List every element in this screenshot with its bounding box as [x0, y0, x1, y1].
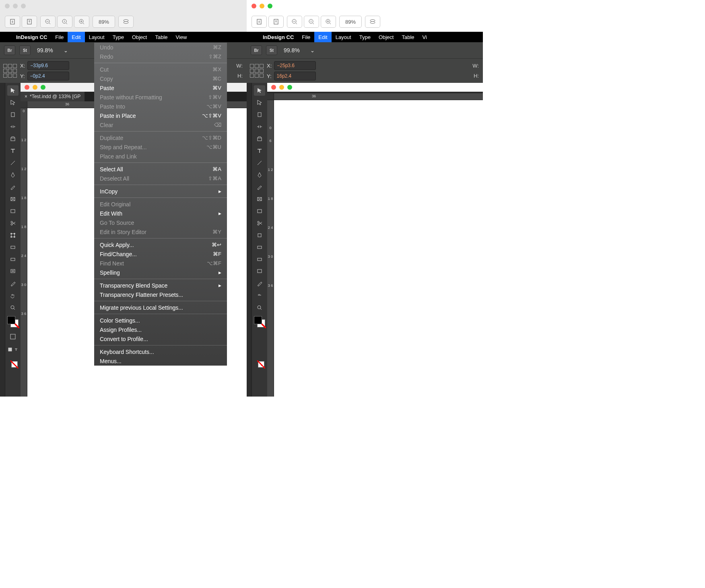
menu-layout[interactable]: Layout: [332, 32, 355, 42]
selection-tool-icon[interactable]: [7, 85, 19, 96]
menu-view[interactable]: View: [172, 32, 191, 42]
formatting-container-icon[interactable]: [7, 331, 19, 342]
fill-stroke-icon[interactable]: [7, 316, 19, 327]
note-tool-icon[interactable]: [254, 266, 265, 277]
type-tool-icon[interactable]: [254, 146, 265, 156]
panel-dock[interactable]: [247, 83, 252, 397]
menu-file[interactable]: File: [298, 32, 314, 42]
gradient-feather-icon[interactable]: [254, 254, 265, 265]
menu-object[interactable]: Object: [128, 32, 151, 42]
rectangle-tool-icon[interactable]: [7, 206, 19, 216]
bridge-icon[interactable]: Br: [251, 45, 262, 55]
export-icon[interactable]: [22, 16, 37, 28]
page-tool-icon[interactable]: [254, 109, 265, 120]
maximize-icon[interactable]: [268, 4, 272, 8]
apply-text-icon[interactable]: [13, 344, 19, 355]
zoom-out-icon[interactable]: [40, 16, 56, 28]
pen-tool-icon[interactable]: [254, 170, 265, 180]
fill-stroke-icon[interactable]: [254, 316, 265, 327]
doc-tab-close-icon[interactable]: ×: [25, 94, 27, 99]
maximize-icon[interactable]: [287, 85, 292, 90]
zoom-tool-icon[interactable]: [254, 302, 265, 313]
menu-object[interactable]: Object: [375, 32, 398, 42]
menu-item[interactable]: Transparency Flattener Presets...: [94, 290, 227, 299]
menu-item[interactable]: Edit With▶: [94, 209, 227, 218]
stock-icon[interactable]: St: [19, 45, 31, 55]
scissors-tool-icon[interactable]: [254, 218, 265, 228]
pen-tool-icon[interactable]: [7, 170, 19, 180]
direct-selection-tool-icon[interactable]: [7, 97, 19, 108]
note-tool-icon[interactable]: [7, 266, 19, 277]
close-icon[interactable]: [271, 85, 276, 90]
panel-dock[interactable]: [0, 83, 5, 397]
menu-layout[interactable]: Layout: [85, 32, 109, 42]
traffic-lights[interactable]: [251, 4, 272, 8]
arrange-icon[interactable]: [118, 16, 134, 28]
content-collector-icon[interactable]: [254, 134, 265, 144]
default-fill-stroke-icon[interactable]: [8, 358, 18, 368]
default-fill-stroke-icon[interactable]: [255, 358, 264, 368]
close-icon[interactable]: [251, 4, 256, 8]
menu-edit[interactable]: Edit: [68, 32, 85, 42]
direct-selection-tool-icon[interactable]: [254, 97, 265, 108]
selection-tool-icon[interactable]: [254, 85, 265, 96]
menu-item[interactable]: InCopy▶: [94, 187, 227, 196]
reference-point[interactable]: [3, 64, 17, 78]
maximize-icon[interactable]: [41, 85, 45, 90]
menu-item[interactable]: Transparency Blend Space▶: [94, 281, 227, 290]
stock-icon[interactable]: St: [266, 45, 277, 55]
horizontal-ruler[interactable]: 36: [274, 93, 483, 100]
apply-color-icon[interactable]: [7, 344, 12, 355]
menu-item[interactable]: Convert to Profile...: [94, 334, 227, 343]
type-tool-icon[interactable]: [7, 146, 19, 156]
gap-tool-icon[interactable]: [7, 121, 19, 132]
apply-color-icon[interactable]: [254, 344, 259, 355]
menu-type[interactable]: Type: [355, 32, 375, 42]
hand-tool-icon[interactable]: [254, 290, 265, 301]
apply-text-icon[interactable]: [260, 344, 265, 355]
menu-item[interactable]: Paste in Place⌥⇧⌘V: [94, 111, 227, 120]
menu-edit[interactable]: Edit: [314, 32, 331, 42]
zoom-tool-icon[interactable]: [7, 302, 19, 313]
maximize-icon[interactable]: [21, 4, 26, 8]
gradient-feather-icon[interactable]: [7, 254, 19, 265]
titlebar[interactable]: [0, 0, 247, 12]
menu-item[interactable]: Migrate previous Local Settings...: [94, 303, 227, 312]
gradient-swatch-icon[interactable]: [254, 242, 265, 253]
eyedropper-tool-icon[interactable]: [254, 278, 265, 289]
doc-tab[interactable]: ×*Test.indd @ 133% [GP: [21, 92, 85, 101]
y-input[interactable]: 16p2.4: [274, 72, 316, 80]
arrange-icon[interactable]: [365, 16, 380, 28]
x-input[interactable]: −33p9.6: [27, 61, 69, 70]
vertical-ruler[interactable]: 0 6 1 2 1 8 2 4 3 0 3 6: [267, 100, 274, 397]
export-icon[interactable]: [268, 16, 284, 28]
zoom-in-icon[interactable]: [321, 16, 336, 28]
menu-item[interactable]: Assign Profiles...: [94, 325, 227, 334]
menu-item[interactable]: Menus...: [94, 356, 227, 366]
zoom-out-icon[interactable]: [287, 16, 302, 28]
import-icon[interactable]: [5, 16, 20, 28]
menu-view-cut[interactable]: Vi: [418, 32, 431, 42]
line-tool-icon[interactable]: [7, 158, 19, 168]
formatting-container-icon[interactable]: [254, 331, 265, 342]
doc-zoom[interactable]: 99.8%: [37, 47, 53, 53]
vertical-ruler[interactable]: 0 1 2 1 2 1 8 1 8 2 4 3 0 3 6: [21, 108, 27, 397]
content-collector-icon[interactable]: [7, 134, 19, 144]
menu-file[interactable]: File: [51, 32, 68, 42]
pencil-tool-icon[interactable]: [7, 182, 19, 192]
pencil-tool-icon[interactable]: [254, 182, 265, 192]
app-name[interactable]: InDesign CC: [259, 34, 298, 40]
menu-table[interactable]: Table: [398, 32, 418, 42]
rectangle-frame-icon[interactable]: [254, 194, 265, 204]
close-icon[interactable]: [25, 85, 29, 90]
zoom-level[interactable]: 89%: [339, 16, 362, 28]
hand-tool-icon[interactable]: [7, 290, 19, 301]
line-tool-icon[interactable]: [254, 158, 265, 168]
minimize-icon[interactable]: [260, 4, 264, 8]
zoom-reset-icon[interactable]: [57, 16, 72, 28]
gradient-swatch-icon[interactable]: [7, 242, 19, 253]
page-tool-icon[interactable]: [7, 109, 19, 120]
reference-point[interactable]: [250, 64, 264, 78]
zoom-reset-icon[interactable]: [304, 16, 319, 28]
y-input[interactable]: −0p2.4: [27, 72, 69, 80]
